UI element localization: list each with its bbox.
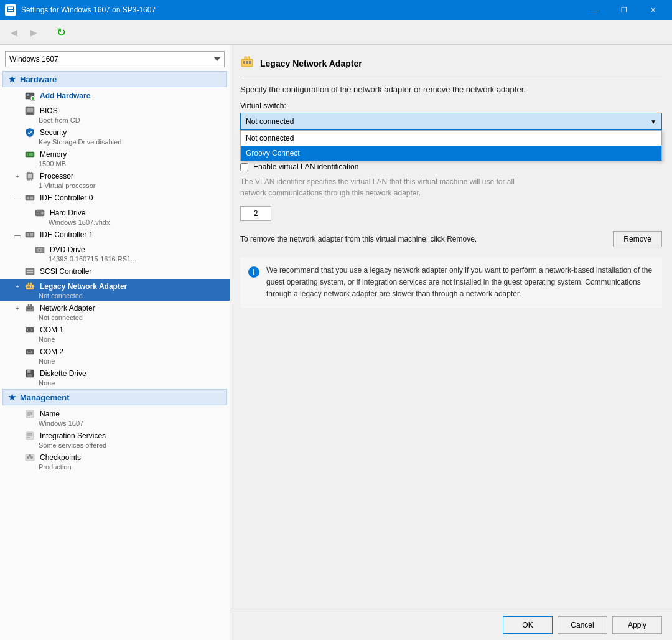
svg-rect-44 <box>27 286 29 288</box>
sidebar-item-legacy-net[interactable]: + Legacy Network Adapter Not connec <box>0 279 230 301</box>
sidebar-item-diskette[interactable]: Diskette Drive None <box>0 366 230 388</box>
memory-label: Memory <box>40 150 67 159</box>
minimize-button[interactable]: — <box>581 0 610 20</box>
integration-expand <box>12 431 22 441</box>
content-area: Windows 1607 ★ Hardware <box>0 45 672 640</box>
ok-button[interactable]: OK <box>503 616 553 634</box>
dropdown-arrow-icon: ▼ <box>650 118 656 125</box>
ide1-icon <box>24 228 36 241</box>
sidebar-item-bios[interactable]: BIOS Boot from CD <box>0 103 230 125</box>
enable-vlan-label[interactable]: Enable virtual LAN identification <box>253 162 358 171</box>
sidebar-item-security[interactable]: Security Key Storage Drive disabled <box>0 125 230 147</box>
vm-dropdown[interactable]: Windows 1607 <box>5 51 225 67</box>
virtual-switch-dropdown-container: Not connected ▼ Not connected Groovy Con… <box>240 113 662 130</box>
com2-expand <box>12 347 22 357</box>
sidebar-item-add-hardware[interactable]: Add Hardware <box>0 88 230 103</box>
info-text: We recommend that you use a legacy netwo… <box>266 265 655 301</box>
sidebar-item-checkpoints[interactable]: Checkpoints Production <box>0 450 230 472</box>
restore-button[interactable]: ❐ <box>610 0 638 20</box>
dropdown-option-groovy-connect[interactable]: Groovy Connect <box>241 146 661 161</box>
svg-rect-16 <box>32 153 33 156</box>
com2-subtitle: None <box>12 357 225 365</box>
com1-subtitle: None <box>12 336 225 343</box>
memory-subtitle: 1500 MB <box>12 160 225 167</box>
panel-title: Legacy Network Adapter <box>260 59 362 68</box>
svg-rect-60 <box>28 351 29 352</box>
hd-expand <box>22 208 32 218</box>
expand-spacer <box>12 91 22 101</box>
com2-icon <box>24 346 36 358</box>
bios-icon <box>24 105 36 117</box>
ide0-icon <box>24 192 36 204</box>
svg-rect-65 <box>30 370 31 373</box>
com1-label: COM 1 <box>40 326 63 334</box>
button-bar: OK Cancel Apply <box>230 609 672 640</box>
window-title: Settings for Windows 1607 on SP3-1607 <box>21 6 581 14</box>
hardware-section-icon: ★ <box>8 74 16 84</box>
sidebar-item-integration[interactable]: Integration Services Some services offer… <box>0 428 230 450</box>
svg-rect-83 <box>246 61 248 64</box>
vlan-input[interactable] <box>240 206 271 221</box>
management-section-header[interactable]: ★ Management <box>2 389 227 405</box>
hardware-section-header[interactable]: ★ Hardware <box>2 71 227 87</box>
scsi-label: SCSI Controller <box>40 267 91 276</box>
refresh-button[interactable]: ↻ <box>52 24 70 41</box>
svg-rect-81 <box>248 57 250 60</box>
harddrive-label: Hard Drive <box>50 209 85 217</box>
svg-text:i: i <box>253 268 254 276</box>
name-subtitle: Windows 1607 <box>12 420 225 427</box>
memory-icon <box>24 148 36 161</box>
sidebar-item-ide0[interactable]: — IDE Controller 0 <box>0 191 230 205</box>
checkpoints-label: Checkpoints <box>40 453 81 462</box>
svg-rect-14 <box>29 153 30 156</box>
diskette-expand <box>12 369 22 379</box>
sidebar-item-dvd[interactable]: DVD Drive 14393.0.160715-1616.RS1... <box>0 242 230 264</box>
sidebar-item-name[interactable]: Name Windows 1607 <box>0 407 230 428</box>
virtual-switch-popup: Not connected Groovy Connect <box>240 130 662 161</box>
svg-rect-10 <box>27 108 33 112</box>
svg-rect-55 <box>28 329 29 331</box>
diskette-icon <box>24 367 36 380</box>
bios-label: BIOS <box>40 106 58 115</box>
sidebar-item-com1[interactable]: COM 1 None <box>0 322 230 344</box>
ide1-label: IDE Controller 1 <box>40 230 93 239</box>
forward-button[interactable]: ▶ <box>25 24 42 41</box>
enable-vlan-checkbox[interactable] <box>240 163 248 171</box>
expand-spacer <box>12 149 22 159</box>
svg-rect-43 <box>30 283 32 285</box>
cancel-button[interactable]: Cancel <box>558 616 607 634</box>
dvd-icon <box>34 243 46 256</box>
title-bar-controls: — ❐ ✕ <box>581 0 667 20</box>
sidebar-item-ide1[interactable]: — IDE Controller 1 <box>0 227 230 242</box>
panel-content: Legacy Network Adapter Specify the confi… <box>230 45 672 609</box>
sidebar-item-com2[interactable]: COM 2 None <box>0 344 230 366</box>
dvd-expand <box>22 245 32 255</box>
management-section-label: Management <box>20 393 69 402</box>
ide1-expand: — <box>12 230 22 240</box>
title-bar: Settings for Windows 1607 on SP3-1607 — … <box>0 0 672 20</box>
sidebar-item-network-adapter[interactable]: + Network Adapter Not connected <box>0 301 230 322</box>
processor-subtitle: 1 Virtual processor <box>12 182 225 189</box>
processor-expand: + <box>12 171 22 181</box>
sidebar: Windows 1607 ★ Hardware <box>0 45 230 640</box>
svg-rect-56 <box>29 329 30 331</box>
svg-rect-38 <box>26 268 34 275</box>
management-section-icon: ★ <box>8 392 16 402</box>
dropdown-option-not-connected[interactable]: Not connected <box>241 131 661 146</box>
processor-label: Processor <box>40 172 73 181</box>
svg-rect-5 <box>27 94 29 96</box>
close-button[interactable]: ✕ <box>638 0 667 20</box>
sidebar-item-scsi[interactable]: SCSI Controller <box>0 264 230 279</box>
virtual-switch-dropdown[interactable]: Not connected ▼ <box>240 113 662 130</box>
sidebar-item-harddrive[interactable]: Hard Drive Windows 1607.vhdx <box>0 205 230 227</box>
enable-vlan-row: Enable virtual LAN identification <box>240 162 662 171</box>
sidebar-item-processor[interactable]: + Processor <box>0 169 230 191</box>
apply-button[interactable]: Apply <box>612 616 662 634</box>
svg-rect-39 <box>27 270 33 271</box>
svg-point-37 <box>39 249 41 251</box>
net-expand: + <box>12 303 22 313</box>
svg-rect-15 <box>30 153 32 156</box>
remove-button[interactable]: Remove <box>613 231 662 247</box>
back-button[interactable]: ◀ <box>5 24 22 41</box>
sidebar-item-memory[interactable]: Memory 1500 MB <box>0 147 230 169</box>
